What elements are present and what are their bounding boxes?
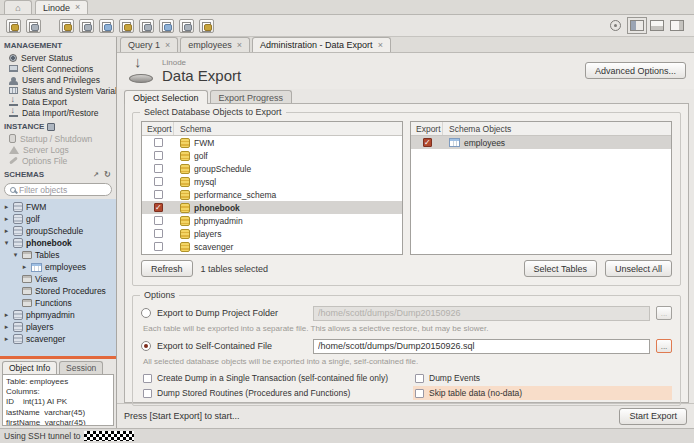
browse-folder-button[interactable]: ... <box>656 306 672 320</box>
toggle-output-area-icon[interactable] <box>650 20 664 31</box>
single-transaction-checkbox[interactable] <box>143 374 152 383</box>
table-row-selected[interactable]: employees <box>411 136 671 149</box>
tree-item-schema[interactable]: golf <box>0 213 116 225</box>
chevron-right-icon[interactable] <box>3 203 10 211</box>
table-row[interactable]: phpmyadmin <box>142 214 402 227</box>
open-sql-script-icon[interactable] <box>26 19 41 33</box>
export-checkbox[interactable] <box>154 177 163 186</box>
tree-item-table-employees[interactable]: employees <box>0 261 116 273</box>
export-checkbox[interactable] <box>154 151 163 160</box>
tab-object-selection[interactable]: Object Selection <box>124 90 208 104</box>
tab-object-info[interactable]: Object Info <box>2 361 57 374</box>
chevron-right-icon[interactable] <box>3 323 10 331</box>
create-procedure-icon[interactable] <box>119 19 134 33</box>
reconnect-db-icon[interactable] <box>199 19 214 33</box>
chevron-right-icon[interactable] <box>3 227 10 235</box>
skip-table-data-checkbox-row[interactable]: Skip table data (no-data) <box>413 386 672 400</box>
table-row[interactable]: players <box>142 227 402 240</box>
chevron-down-icon[interactable] <box>12 251 19 259</box>
tree-item-views-group[interactable]: Views <box>0 273 116 285</box>
tree-item-procedures-group[interactable]: Stored Procedures <box>0 285 116 297</box>
table-row[interactable]: scavenger <box>142 240 402 253</box>
export-checkbox[interactable] <box>154 138 163 147</box>
skip-table-data-checkbox[interactable] <box>415 389 424 398</box>
tab-employees[interactable]: employees × <box>180 37 250 52</box>
dump-folder-path-input[interactable] <box>313 306 650 321</box>
export-checkbox[interactable] <box>154 190 163 199</box>
tab-session[interactable]: Session <box>59 361 103 374</box>
select-tables-button[interactable]: Select Tables <box>524 260 597 277</box>
tree-item-schema[interactable]: scavenger <box>0 333 116 345</box>
export-checkbox-checked[interactable] <box>154 203 163 212</box>
close-icon[interactable]: × <box>165 41 170 50</box>
connection-tab[interactable]: Linode × <box>35 0 88 14</box>
create-view-icon[interactable] <box>99 19 114 33</box>
tree-item-tables-group[interactable]: Tables <box>0 249 116 261</box>
dump-events-checkbox-row[interactable]: Dump Events <box>413 371 672 385</box>
tree-item-functions-group[interactable]: Functions <box>0 297 116 309</box>
chevron-down-icon[interactable] <box>3 239 10 247</box>
tree-item-schema[interactable]: players <box>0 321 116 333</box>
table-row[interactable]: golf <box>142 149 402 162</box>
dump-folder-radio[interactable] <box>141 308 151 318</box>
dump-routines-checkbox-row[interactable]: Dump Stored Routines (Procedures and Fun… <box>141 386 413 400</box>
chevron-right-icon[interactable] <box>21 263 28 271</box>
sidebar-item-data-export[interactable]: Data Export <box>0 96 116 107</box>
close-icon[interactable]: × <box>75 3 80 12</box>
sidebar-item-options-file[interactable]: Options File <box>0 155 116 166</box>
close-icon[interactable]: × <box>378 41 383 50</box>
tree-item-schema[interactable]: groupSchedule <box>0 225 116 237</box>
refresh-schemas-icon[interactable] <box>104 171 112 179</box>
sidebar-item-server-status[interactable]: Server Status <box>0 52 116 63</box>
export-checkbox[interactable] <box>154 242 163 251</box>
chevron-right-icon[interactable] <box>3 335 10 343</box>
export-checkbox-checked[interactable] <box>423 138 432 147</box>
table-row[interactable]: mysql <box>142 175 402 188</box>
single-transaction-checkbox-row[interactable]: Create Dump in a Single Transaction (sel… <box>141 371 413 385</box>
tree-item-schema[interactable]: FWM <box>0 201 116 213</box>
close-icon[interactable]: × <box>237 41 242 50</box>
self-contained-radio[interactable] <box>141 341 151 351</box>
schema-filter-input[interactable]: Filter objects <box>4 183 112 196</box>
create-schema-icon[interactable] <box>59 19 74 33</box>
sidebar-item-status-variables[interactable]: Status and System Variables <box>0 85 116 96</box>
create-trigger-icon[interactable] <box>159 19 174 33</box>
start-export-button[interactable]: Start Export <box>619 408 687 425</box>
expand-schemas-icon[interactable] <box>93 171 101 179</box>
table-row[interactable]: groupSchedule <box>142 162 402 175</box>
chevron-right-icon[interactable] <box>3 311 10 319</box>
tab-administration-data-export[interactable]: Administration - Data Export × <box>252 37 391 52</box>
advanced-options-button[interactable]: Advanced Options... <box>585 62 686 79</box>
table-row-selected[interactable]: phonebook <box>142 201 402 214</box>
tab-query-1[interactable]: Query 1 × <box>120 37 178 52</box>
sidebar-item-server-logs[interactable]: Server Logs <box>0 144 116 155</box>
sidebar-item-users-privileges[interactable]: Users and Privileges <box>0 74 116 85</box>
sidebar-item-startup-shutdown[interactable]: Startup / Shutdown <box>0 133 116 144</box>
refresh-button[interactable]: Refresh <box>141 260 193 277</box>
self-contained-path-input[interactable] <box>313 339 650 354</box>
table-row[interactable]: FWM <box>142 136 402 149</box>
tab-export-progress[interactable]: Export Progress <box>210 90 293 104</box>
dump-routines-checkbox[interactable] <box>143 389 152 398</box>
create-function-icon[interactable] <box>139 19 154 33</box>
tree-item-schema[interactable]: phpmyadmin <box>0 309 116 321</box>
create-table-icon[interactable] <box>79 19 94 33</box>
sidebar-item-data-import[interactable]: Data Import/Restore <box>0 107 116 118</box>
dump-events-checkbox[interactable] <box>415 374 424 383</box>
tree-item-schema-phonebook[interactable]: phonebook <box>0 237 116 249</box>
table-row[interactable]: performance_schema <box>142 188 402 201</box>
search-objects-icon[interactable] <box>179 19 194 33</box>
sidebar-item-client-connections[interactable]: Client Connections <box>0 63 116 74</box>
connection-context-label: Linode <box>162 58 241 67</box>
browse-file-button[interactable]: ... <box>656 339 672 353</box>
new-sql-tab-icon[interactable] <box>6 19 21 33</box>
toggle-sidebar-icon[interactable] <box>630 20 644 31</box>
unselect-all-button[interactable]: Unselect All <box>605 260 672 277</box>
export-checkbox[interactable] <box>154 216 163 225</box>
home-tab[interactable] <box>4 0 32 14</box>
chevron-right-icon[interactable] <box>3 215 10 223</box>
window-tab-bar: Linode × <box>0 0 694 15</box>
toggle-secondary-sidebar-icon[interactable] <box>670 20 684 31</box>
export-checkbox[interactable] <box>154 164 163 173</box>
export-checkbox[interactable] <box>154 229 163 238</box>
